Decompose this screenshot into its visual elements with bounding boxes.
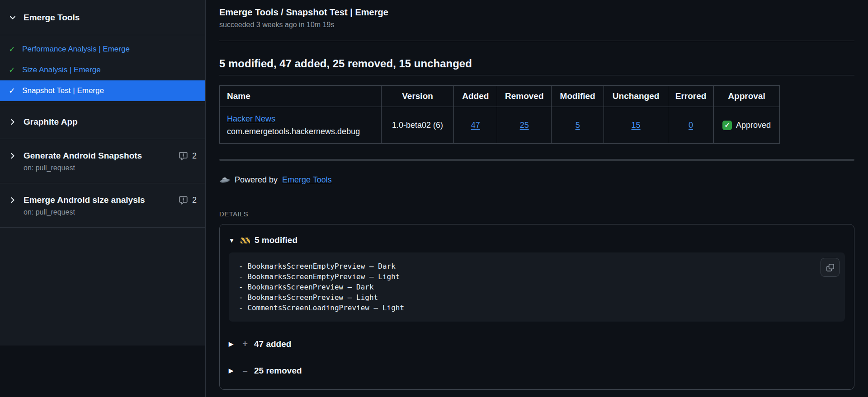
col-header-approval: Approval bbox=[714, 86, 780, 107]
job-label: Snapshot Test | Emerge bbox=[22, 86, 104, 95]
success-check-icon: ✓ bbox=[9, 44, 15, 54]
workflow-name: Emerge Tools bbox=[24, 13, 80, 23]
job-label: Performance Analysis | Emerge bbox=[22, 45, 130, 54]
app-name-cell: Hacker News com.emergetools.hackernews.d… bbox=[220, 107, 382, 144]
details-section-label: DETAILS bbox=[219, 210, 854, 218]
ufo-icon bbox=[219, 176, 231, 184]
sidebar-item-snapshot-test[interactable]: ✓ Snapshot Test | Emerge bbox=[0, 80, 205, 101]
triangle-right-icon: ▶ bbox=[229, 367, 236, 374]
added-group-toggle[interactable]: ▶ + 47 added bbox=[229, 339, 845, 349]
modified-count-link[interactable]: 5 bbox=[576, 121, 580, 130]
plus-icon: + bbox=[241, 339, 250, 349]
bundle-id: com.emergetools.hackernews.debug bbox=[227, 127, 360, 136]
snapshot-summary-heading: 5 modified, 47 added, 25 removed, 15 unc… bbox=[219, 57, 854, 75]
removed-group-title: 25 removed bbox=[254, 366, 302, 376]
copy-button[interactable] bbox=[821, 258, 840, 277]
removed-group-toggle[interactable]: ▶ – 25 removed bbox=[229, 365, 845, 376]
added-cell: 47 bbox=[454, 107, 497, 144]
snapshot-diff-table: Name Version Added Removed Modified Unch… bbox=[219, 85, 780, 144]
table-row: Hacker News com.emergetools.hackernews.d… bbox=[220, 107, 780, 144]
workflow-trigger: on: pull_request bbox=[24, 164, 197, 172]
minus-icon: – bbox=[241, 365, 250, 376]
group-label: Graphite App bbox=[24, 117, 78, 127]
powered-by: Powered by Emerge Tools bbox=[219, 175, 854, 185]
annotation-comment-icon bbox=[179, 196, 188, 205]
col-header-unchanged: Unchanged bbox=[604, 86, 668, 107]
annotation-count: 2 bbox=[192, 151, 197, 161]
approved-check-icon: ✓ bbox=[722, 121, 732, 130]
run-summary-main: Emerge Tools / Snapshot Test | Emerge su… bbox=[206, 0, 868, 397]
chevron-down-icon bbox=[9, 14, 17, 22]
sidebar-item-graphite-app[interactable]: Graphite App bbox=[0, 105, 205, 139]
section-divider bbox=[219, 159, 854, 161]
col-header-errored: Errored bbox=[668, 86, 714, 107]
sidebar-item-performance-analysis[interactable]: ✓ Performance Analysis | Emerge bbox=[0, 39, 205, 60]
annotations-badge: 2 bbox=[179, 151, 197, 161]
modified-cell: 5 bbox=[552, 107, 604, 144]
added-count-link[interactable]: 47 bbox=[471, 121, 480, 130]
col-header-version: Version bbox=[381, 86, 454, 107]
jobs-sidebar: Emerge Tools ✓ Performance Analysis | Em… bbox=[0, 0, 206, 397]
triangle-right-icon: ▶ bbox=[229, 341, 236, 347]
annotations-badge: 2 bbox=[179, 196, 197, 205]
col-header-modified: Modified bbox=[552, 86, 604, 107]
triangle-down-icon: ▼ bbox=[229, 237, 236, 244]
success-check-icon: ✓ bbox=[9, 86, 15, 96]
unchanged-count-link[interactable]: 15 bbox=[632, 121, 641, 130]
copy-icon bbox=[826, 263, 835, 272]
modified-snapshot-list: - BookmarksScreenEmptyPreview — Dark - B… bbox=[229, 252, 845, 322]
sidebar-item-generate-android-snapshots[interactable]: Generate Android Snapshots 2 on: pull_re… bbox=[0, 139, 205, 183]
job-label: Size Analysis | Emerge bbox=[22, 65, 101, 75]
errored-cell: 0 bbox=[668, 107, 714, 144]
details-panel: ▼ 5 modified - BookmarksScreenEmptyPrevi… bbox=[219, 224, 854, 390]
modified-group-title: 5 modified bbox=[255, 235, 297, 245]
chevron-right-icon bbox=[9, 118, 17, 126]
sidebar-item-emerge-android-size-analysis[interactable]: Emerge Android size analysis 2 on: pull_… bbox=[0, 183, 205, 228]
powered-by-text: Powered by bbox=[235, 175, 278, 185]
version-cell: 1.0-beta02 (6) bbox=[381, 107, 454, 144]
unchanged-cell: 15 bbox=[604, 107, 668, 144]
table-header-row: Name Version Added Removed Modified Unch… bbox=[220, 86, 780, 107]
jobs-sidebar-panel: Emerge Tools ✓ Performance Analysis | Em… bbox=[0, 0, 205, 346]
added-group-title: 47 added bbox=[254, 339, 291, 349]
chevron-right-icon bbox=[9, 196, 17, 204]
modified-snapshot-lines: - BookmarksScreenEmptyPreview — Dark - B… bbox=[239, 261, 835, 313]
workflow-trigger: on: pull_request bbox=[24, 208, 197, 216]
col-header-added: Added bbox=[454, 86, 497, 107]
job-list: ✓ Performance Analysis | Emerge ✓ Size A… bbox=[0, 35, 205, 105]
success-check-icon: ✓ bbox=[9, 65, 15, 75]
approval-cell: ✓ Approved bbox=[714, 107, 780, 144]
annotation-count: 2 bbox=[192, 196, 197, 205]
workflow-summary-toggle[interactable]: Emerge Tools bbox=[0, 0, 205, 35]
errored-count-link[interactable]: 0 bbox=[689, 121, 693, 130]
modified-group-toggle[interactable]: ▼ 5 modified bbox=[229, 235, 845, 245]
workflow-item-label: Emerge Android size analysis bbox=[24, 195, 145, 205]
run-header: Emerge Tools / Snapshot Test | Emerge su… bbox=[219, 0, 854, 41]
annotation-comment-icon bbox=[179, 151, 188, 161]
construction-icon bbox=[241, 238, 250, 243]
removed-cell: 25 bbox=[497, 107, 552, 144]
run-title: Emerge Tools / Snapshot Test | Emerge bbox=[219, 7, 854, 18]
app-name-link[interactable]: Hacker News bbox=[227, 114, 275, 123]
sidebar-item-size-analysis[interactable]: ✓ Size Analysis | Emerge bbox=[0, 60, 205, 80]
workflow-item-label: Generate Android Snapshots bbox=[24, 151, 142, 161]
approval-status-label: Approved bbox=[736, 121, 771, 130]
col-header-removed: Removed bbox=[497, 86, 552, 107]
removed-count-link[interactable]: 25 bbox=[520, 121, 529, 130]
chevron-right-icon bbox=[9, 152, 17, 160]
run-status-subtitle: succeeded 3 weeks ago in 10m 19s bbox=[219, 21, 854, 29]
col-header-name: Name bbox=[220, 86, 382, 107]
emerge-tools-link[interactable]: Emerge Tools bbox=[282, 175, 332, 185]
